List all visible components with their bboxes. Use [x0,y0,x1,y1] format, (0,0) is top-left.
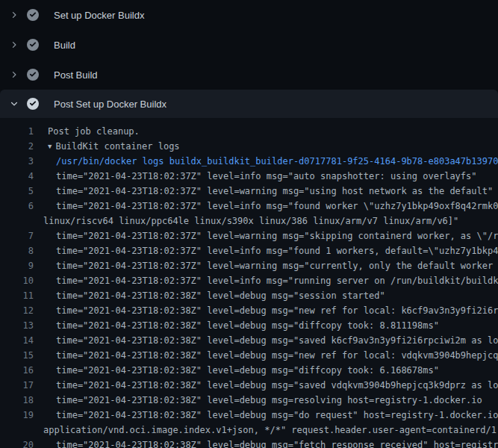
log-line: 14 time="2021-04-23T18:02:38Z" level=deb… [0,333,498,348]
log-line: 7 time="2021-04-23T18:02:37Z" level=warn… [0,228,498,243]
chevron-right-icon [8,69,20,81]
log-line-text: time="2021-04-23T18:02:38Z" level=debug … [56,350,498,361]
step-row[interactable]: Set up Docker Buildx [0,0,498,30]
check-circle-icon [27,69,39,81]
log-line: 16 time="2021-04-23T18:02:38Z" level=deb… [0,363,498,378]
log-line-number[interactable]: 7 [0,231,34,241]
log-line-text: time="2021-04-23T18:02:37Z" level=warnin… [56,261,498,271]
log-line-text: time="2021-04-23T18:02:37Z" level=info m… [56,171,477,181]
log-line: application/vnd.oci.image.index.v1+json,… [0,423,498,438]
log-line-number[interactable]: 9 [0,261,34,271]
step-header-post-set-up-docker-buildx[interactable]: Post Set up Docker Buildx [0,90,498,118]
log-line-text: time="2021-04-23T18:02:38Z" level=debug … [56,290,385,301]
log-line-number[interactable]: 12 [0,305,34,316]
expanded-step-section: Post Set up Docker Buildx 1 Post job cle… [0,90,498,448]
log-line-number[interactable]: 6 [0,201,34,211]
step-label: Build [54,40,75,51]
log-line-text: time="2021-04-23T18:02:38Z" level=debug … [56,410,498,420]
log-line-text: time="2021-04-23T18:02:38Z" level=debug … [56,440,498,448]
log-line-text: time="2021-04-23T18:02:37Z" level=warnin… [56,186,493,196]
chevron-right-icon [8,9,20,21]
log-line: 19 time="2021-04-23T18:02:38Z" level=deb… [0,408,498,423]
log-line-number[interactable]: 5 [0,186,34,196]
log-line-number[interactable]: 1 [0,126,34,137]
log-line-number[interactable]: 13 [0,320,34,331]
log-line-number[interactable]: 8 [0,246,34,256]
log-line-text: linux/riscv64 linux/ppc64le linux/s390x … [43,216,458,226]
log-output: 1 Post job cleanup. 2 ▼BuildKit containe… [0,118,498,448]
step-label: Post Set up Docker Buildx [54,99,166,110]
log-line-number[interactable]: 18 [0,395,34,405]
log-line-number[interactable]: 19 [0,410,34,420]
log-line-number[interactable]: 16 [0,365,34,376]
log-line-text: Post job cleanup. [48,126,140,137]
log-line-number[interactable]: 4 [0,171,34,181]
log-line: 15 time="2021-04-23T18:02:38Z" level=deb… [0,348,498,363]
log-line-text: time="2021-04-23T18:02:38Z" level=debug … [56,305,498,316]
step-label: Set up Docker Buildx [54,10,144,21]
step-row[interactable]: Post Build [0,60,498,90]
log-line-number[interactable]: 15 [0,350,34,361]
log-line-number[interactable]: 20 [0,440,34,448]
log-line-text: application/vnd.oci.image.index.v1+json,… [43,425,498,435]
actions-log-viewer: Set up Docker Buildx Build Post Build Po… [0,0,498,448]
log-line: 11 time="2021-04-23T18:02:38Z" level=deb… [0,288,498,303]
log-line-text: time="2021-04-23T18:02:37Z" level=warnin… [56,231,498,241]
log-line-text: time="2021-04-23T18:02:38Z" level=debug … [56,320,439,331]
log-line-text: time="2021-04-23T18:02:38Z" level=debug … [56,380,498,391]
log-line-number[interactable]: 10 [0,276,34,286]
group-collapse-triangle-icon[interactable]: ▼ [48,143,52,150]
log-line-text: time="2021-04-23T18:02:38Z" level=debug … [56,335,498,346]
log-line: 4 time="2021-04-23T18:02:37Z" level=info… [0,169,498,184]
log-line: 1 Post job cleanup. [0,124,498,139]
log-line: 9 time="2021-04-23T18:02:37Z" level=warn… [0,258,498,273]
log-line: 20 time="2021-04-23T18:02:38Z" level=deb… [0,438,498,448]
log-line: 17 time="2021-04-23T18:02:38Z" level=deb… [0,378,498,393]
log-line-text: time="2021-04-23T18:02:37Z" level=info m… [56,246,498,256]
log-line: 2 ▼BuildKit container logs [0,139,498,154]
log-line: 18 time="2021-04-23T18:02:38Z" level=deb… [0,393,498,408]
log-line: linux/riscv64 linux/ppc64le linux/s390x … [0,214,498,228]
log-line: 13 time="2021-04-23T18:02:38Z" level=deb… [0,318,498,333]
log-line-text: time="2021-04-23T18:02:37Z" level=info m… [56,201,498,211]
check-circle-icon [27,39,39,51]
log-line: 6 time="2021-04-23T18:02:37Z" level=info… [0,199,498,214]
log-line: 8 time="2021-04-23T18:02:37Z" level=info… [0,243,498,258]
log-line-text: time="2021-04-23T18:02:38Z" level=debug … [56,365,439,376]
check-circle-icon [27,9,39,21]
log-line: 3 /usr/bin/docker logs buildx_buildkit_b… [0,154,498,169]
step-label: Post Build [54,69,98,81]
log-line-number[interactable]: 14 [0,335,34,346]
log-line-text: time="2021-04-23T18:02:37Z" level=info m… [56,276,498,286]
log-line: 5 time="2021-04-23T18:02:37Z" level=warn… [0,184,498,199]
log-line: 10 time="2021-04-23T18:02:37Z" level=inf… [0,273,498,288]
log-line-text: /usr/bin/docker logs buildx_buildkit_bui… [56,156,498,167]
log-line-number[interactable]: 2 [0,141,34,152]
steps-list: Set up Docker Buildx Build Post Build [0,0,498,90]
step-row[interactable]: Build [0,30,498,60]
log-line-number[interactable]: 3 [0,156,34,167]
chevron-down-icon [8,98,20,110]
log-line: 12 time="2021-04-23T18:02:38Z" level=deb… [0,303,498,318]
log-line-number[interactable]: 17 [0,380,34,391]
log-line-text: time="2021-04-23T18:02:38Z" level=debug … [56,395,482,405]
check-circle-icon [27,98,39,110]
chevron-right-icon [8,39,20,51]
log-group-toggle[interactable]: BuildKit container logs [55,141,179,152]
log-line-number[interactable]: 11 [0,290,34,301]
